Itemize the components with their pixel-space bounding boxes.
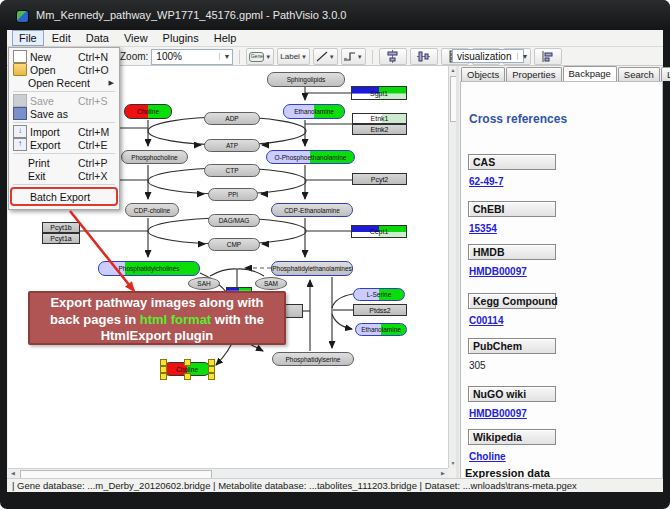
tab-search[interactable]: Search [618,67,660,81]
file-menu-item-open-recent[interactable]: Open Recent▶ [10,76,118,89]
node-adp[interactable]: ADP [204,112,260,125]
file-menu: NewCtrl+NOpenCtrl+OOpen Recent▶SaveCtrl+… [8,47,120,210]
scroll-right-icon[interactable]: ▶ [438,469,448,478]
selection-handle[interactable] [184,373,191,380]
align-middle-button[interactable] [410,48,438,65]
xref-link[interactable]: C00114 [469,315,503,326]
gene-node-button[interactable]: Gene ▼ [246,48,274,65]
node-sah[interactable]: SAH [188,277,220,290]
selection-handle[interactable] [208,359,215,366]
sidebar: ObjectsPropertiesBackpageSearchLegend Cr… [459,66,663,478]
node-sphingolipids[interactable]: Sphingolipids [267,72,345,87]
chevron-down-icon: ▼ [357,54,363,60]
node-etnk2[interactable]: Etnk2 [352,124,407,135]
node-phosphatidylserine[interactable]: Phosphatidylserine [272,352,354,366]
selection-handle[interactable] [208,373,215,380]
node-cdp-choline[interactable]: CDP-choline [125,203,179,217]
menu-item-label: Export [30,139,78,151]
node-atp[interactable]: ATP [204,139,260,152]
node-cmp[interactable]: CMP [208,238,260,251]
saveas-icon [13,107,27,120]
pathvisio-window: Mm_Kennedy_pathway_WP1771_45176.gpml - P… [0,0,670,509]
node-etnk1[interactable]: Etnk1 [352,113,407,124]
node-phosphocholine[interactable]: Phosphocholine [121,150,188,164]
node-o-phosphoethanolamine[interactable]: O-Phosphoethanolamine [266,150,355,164]
node-sgpl1[interactable]: Sgpl1 [351,86,407,100]
file-menu-item-new[interactable]: NewCtrl+N [10,50,118,63]
file-menu-item-save-as[interactable]: Save as [10,107,118,120]
tab-backpage[interactable]: Backpage [563,66,617,81]
menu-item-shortcut: Ctrl+N [78,51,116,63]
xref-header: HMDB [468,244,556,260]
vertical-scrollbar[interactable]: ▲ ▼ [448,66,456,468]
node-ctp[interactable]: CTP [204,164,260,177]
connector-tool-button[interactable]: ▼ [341,48,366,65]
node-ethanolamine-top[interactable]: Ethanolamine [283,104,345,119]
menu-data[interactable]: Data [79,30,116,46]
tab-legend[interactable]: Legend [661,67,670,81]
menu-item-shortcut: Ctrl+M [78,126,116,138]
xref-link[interactable]: Choline [469,451,506,462]
node-cdp-ethanolamine[interactable]: CDP-Ethanolamine [271,203,353,217]
menu-item-label: Save as [30,108,78,120]
node-l-serine[interactable]: L-Serine [353,288,405,301]
visualization-select[interactable]: visualization ▼ [452,49,524,63]
menu-view[interactable]: View [117,30,155,46]
node-phosphatidylethanolamines[interactable]: Phosphatidylethanolamines [271,261,353,276]
node-dag-mag[interactable]: DAG/MAG [208,214,260,227]
node-phosphatidylcholines[interactable]: Phosphatidylcholines [98,261,200,276]
menu-separator [13,153,115,154]
node-pcyt1a[interactable]: Pcyt1a [42,233,80,244]
file-menu-item-exit[interactable]: ExitCtrl+X [10,169,118,182]
no-icon [15,191,27,202]
file-menu-item-open[interactable]: OpenCtrl+O [10,63,118,76]
node-gene-hidden-2[interactable] [283,304,303,318]
node-sam[interactable]: SAM [255,277,287,290]
selection-handle[interactable] [208,366,215,373]
selection-handle[interactable] [184,359,191,366]
node-ptdss2[interactable]: Ptdss2 [353,304,407,316]
tab-properties[interactable]: Properties [506,67,561,81]
chevron-down-icon: ▼ [329,54,335,60]
file-menu-item-batch-export[interactable]: Batch Export [10,187,118,206]
node-choline-top[interactable]: Choline [124,104,172,119]
xref-link[interactable]: 15354 [469,223,497,234]
node-ppi[interactable]: PPi [208,188,258,201]
menu-item-label: New [30,51,78,63]
selection-handle[interactable] [160,359,167,366]
tab-objects[interactable]: Objects [461,67,505,81]
horizontal-scrollbar[interactable]: ◀ ▶ [8,468,448,478]
align-center-button[interactable] [379,48,407,65]
selection-handle[interactable] [160,373,167,380]
menu-item-label: Open Recent [28,77,109,89]
xref-link[interactable]: 62-49-7 [469,176,503,187]
xref-header: ChEBI [468,201,556,217]
label-node-button[interactable]: Label ▼ [277,48,310,65]
scroll-left-icon[interactable]: ◀ [8,469,18,478]
file-menu-item-print[interactable]: PrintCtrl+P [10,156,118,169]
file-menu-item-export[interactable]: ↑ExportCtrl+E [10,138,118,151]
selection-handle[interactable] [160,366,167,373]
menu-separator [13,184,115,185]
menu-bar: FileEditDataViewPluginsHelp [7,30,663,47]
line-tool-button[interactable]: ▼ [313,48,338,65]
xref-link[interactable]: HMDB00097 [469,266,527,277]
sidebar-tabs: ObjectsPropertiesBackpageSearchLegend [461,67,670,81]
file-menu-item-save[interactable]: SaveCtrl+S [10,94,118,107]
xref-link[interactable]: HMDB00097 [469,408,527,419]
title-bar[interactable]: Mm_Kennedy_pathway_WP1771_45176.gpml - P… [0,0,670,30]
file-menu-item-import[interactable]: ↓ImportCtrl+M [10,125,118,138]
menu-item-shortcut: Ctrl+O [78,64,116,76]
zoom-select[interactable]: 100% ▼ [151,49,233,65]
node-pcyt1b[interactable]: Pcyt1b [42,222,80,233]
align-left-button[interactable] [534,48,562,65]
node-cept1[interactable]: Cept1 [351,225,407,238]
node-pcyt2[interactable]: Pcyt2 [352,173,407,185]
connector-icon [344,51,356,62]
node-ethanolamine-bottom[interactable]: Ethanolamine [355,323,407,336]
backpage-panel: Cross references CAS62-49-7ChEBI15354HMD… [460,81,663,479]
menu-help[interactable]: Help [207,30,244,46]
menu-edit[interactable]: Edit [45,30,78,46]
menu-plugins[interactable]: Plugins [156,30,206,46]
menu-file[interactable]: File [12,30,44,46]
